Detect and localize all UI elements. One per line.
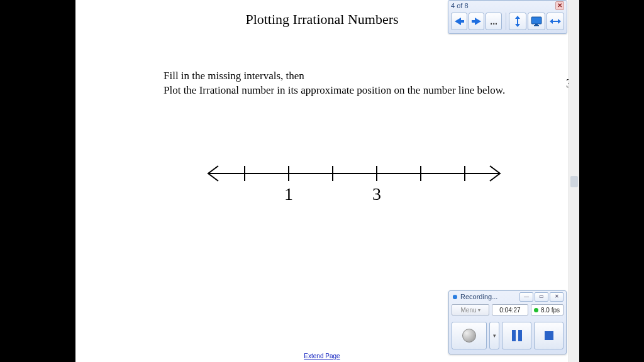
svg-marker-19 (558, 19, 561, 24)
scrollbar-thumb[interactable] (570, 176, 578, 187)
pause-button[interactable] (502, 322, 531, 349)
recorder-menu-dropdown[interactable]: Menu▾ (452, 304, 489, 315)
fit-vertical-button[interactable] (509, 13, 526, 30)
svg-rect-16 (534, 25, 539, 26)
svg-rect-15 (535, 24, 538, 25)
recording-led-icon (534, 308, 538, 312)
more-options-button[interactable]: ... (486, 13, 502, 30)
recorder-panel: ⏺ Recording... — ▭ ✕ Menu▾ 0:04:27 8.0 f… (448, 290, 567, 354)
svg-marker-13 (515, 24, 520, 27)
recorder-minimize-button[interactable]: — (519, 292, 533, 302)
svg-rect-8 (460, 20, 464, 23)
fit-horizontal-button[interactable] (547, 13, 564, 30)
move-cursor-icon: ✥ (585, 70, 592, 79)
next-page-button[interactable] (469, 13, 485, 30)
svg-marker-17 (550, 19, 553, 24)
vertical-scrollbar[interactable] (569, 0, 579, 362)
svg-rect-10 (472, 20, 475, 23)
svg-rect-12 (517, 19, 518, 24)
screen-shade-button[interactable] (528, 13, 545, 30)
close-toolbar-button[interactable]: ✕ (555, 1, 564, 10)
svg-rect-14 (531, 17, 541, 24)
tick-label-3: 3 (372, 184, 381, 204)
tick-label-1: 1 (284, 184, 293, 204)
stop-button[interactable] (534, 322, 564, 349)
recorder-icon: ⏺ (452, 293, 458, 300)
prev-page-button[interactable] (451, 13, 467, 30)
recorder-elapsed-time: 0:04:27 (492, 304, 528, 315)
svg-rect-18 (553, 21, 558, 22)
recorder-restore-button[interactable]: ▭ (535, 292, 548, 302)
recorder-fps-display: 8.0 fps (531, 304, 564, 315)
number-line[interactable]: 1 3 (203, 148, 505, 211)
page-position-label: 4 of 8 (451, 2, 469, 9)
record-options-dropdown[interactable]: ▾ (489, 322, 499, 349)
instructions-line-2: Plot the Irrational number in its approx… (164, 84, 505, 96)
instructions-line-1: Fill in the missing intervals, then (164, 70, 304, 82)
svg-marker-9 (475, 18, 481, 25)
svg-marker-11 (515, 16, 520, 19)
svg-marker-7 (455, 18, 461, 25)
recorder-title: Recording... (460, 293, 497, 300)
recorder-close-button[interactable]: ✕ (550, 292, 564, 302)
instructions-text: Fill in the missing intervals, then Plot… (164, 69, 505, 98)
navigation-toolbar: 4 of 8 ✕ ... (448, 0, 567, 34)
record-button[interactable] (452, 322, 487, 349)
